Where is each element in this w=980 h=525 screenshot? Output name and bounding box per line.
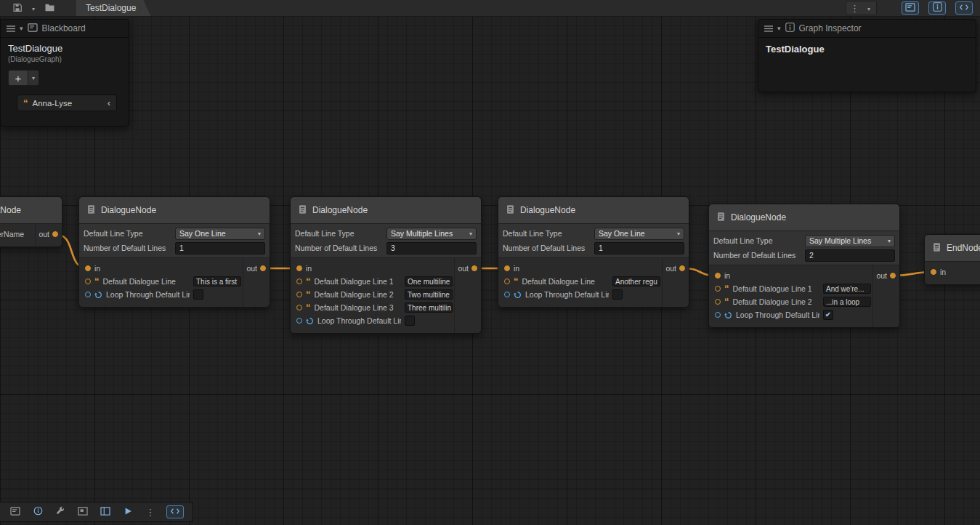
quote-icon: “	[23, 100, 28, 107]
port-line[interactable]	[504, 278, 510, 284]
node-d4[interactable]: DialogueNodeDefault Line TypeSay Multipl…	[708, 204, 900, 328]
chevron-left-icon[interactable]: ‹	[108, 98, 110, 108]
node-title-bar[interactable]: DialogueNode	[79, 197, 270, 224]
port-in[interactable]	[296, 265, 302, 271]
port-line1[interactable]	[296, 278, 302, 284]
tab-testdialogue[interactable]: TestDialogue	[76, 0, 150, 16]
top-toolbar: ▾ TestDialogue ⋮▾	[0, 0, 980, 17]
minimap-icon	[78, 507, 88, 518]
panel-toggles-group	[902, 1, 973, 15]
port-in[interactable]	[715, 273, 721, 278]
port-out[interactable]	[52, 231, 58, 237]
default-dialogue-line-2-field[interactable]: Two multiline	[405, 289, 453, 300]
node-end[interactable]: EndNodein	[924, 234, 980, 285]
node-title-label: DialogueNode	[731, 212, 786, 223]
chevron-down-icon: ▾	[677, 231, 680, 237]
port-loop[interactable]	[85, 292, 91, 297]
port-in[interactable]	[85, 265, 91, 271]
number-of-default-lines-field[interactable]: 1	[175, 242, 265, 255]
node-title-bar[interactable]: EndNode	[925, 235, 980, 262]
blackboard-button[interactable]	[9, 505, 22, 518]
node-d1[interactable]: DialogueNodeDefault Line TypeSay One Lin…	[78, 196, 270, 308]
chevron-down-icon: ▾	[469, 231, 472, 237]
port-row-loop: Loop Through Default Lines?✔	[709, 309, 872, 321]
node-d2[interactable]: DialogueNodeDefault Line TypeSay Multipl…	[290, 196, 482, 334]
board-icon	[10, 507, 20, 518]
default-dialogue-line-2-field[interactable]: ...in a loop	[823, 297, 871, 307]
minimap-button[interactable]	[76, 505, 89, 518]
graph-canvas[interactable]: StartNodeSpeakerNameout DialogueNodeDefa…	[0, 16, 980, 525]
collapse-icon[interactable]: ▾	[777, 25, 781, 32]
node-title-label: DialogueNode	[520, 205, 575, 215]
port-line2[interactable]	[715, 299, 721, 305]
number-of-default-lines-field[interactable]: 1	[594, 242, 684, 255]
graph-inspector-header[interactable]: ▾ Graph Inspector	[758, 20, 976, 38]
port-line3[interactable]	[296, 305, 302, 310]
toggle-blackboard-button[interactable]	[902, 1, 919, 15]
port-in[interactable]	[931, 269, 936, 275]
more-menu-button[interactable]: ⋮	[848, 2, 862, 15]
more-options-button[interactable]: ▾	[863, 2, 875, 15]
number-of-default-lines-field[interactable]: 2	[805, 249, 895, 262]
number-of-default-lines-field[interactable]: 3	[386, 242, 477, 255]
node-title-bar[interactable]: DialogueNode	[291, 197, 481, 224]
blackboard-field-anna-lyse[interactable]: “ Anna-Lyse ‹	[17, 95, 117, 111]
default-line-type-dropdown[interactable]: Say One Line▾	[175, 228, 265, 240]
port-out[interactable]	[260, 265, 266, 271]
node-title-bar[interactable]: StartNode	[0, 197, 62, 224]
node-title-bar[interactable]: DialogueNode	[709, 204, 899, 231]
quote-icon: “	[94, 278, 100, 285]
panels-button[interactable]	[99, 505, 112, 518]
inspector-button[interactable]	[31, 505, 44, 518]
port-line[interactable]	[85, 278, 91, 284]
port-row-in: in	[498, 262, 662, 274]
loop-through-default-lines-checkbox[interactable]	[193, 289, 203, 300]
blackboard-add-row: + ▾	[8, 70, 121, 86]
default-line-type-dropdown[interactable]: Say Multiple Lines▾	[386, 228, 477, 240]
graph-inspector-title: Graph Inspector	[799, 23, 862, 33]
default-dialogue-line-1-field[interactable]: And we're...	[823, 284, 871, 294]
expand-button[interactable]	[166, 505, 184, 518]
drag-handle-icon[interactable]	[764, 22, 773, 35]
port-loop[interactable]	[296, 318, 302, 324]
port-row-out: out	[665, 262, 689, 274]
port-in[interactable]	[504, 265, 510, 271]
tools-button[interactable]	[54, 505, 67, 518]
port-row-line2: “Default Dialogue Line 2Two multiline	[291, 289, 454, 300]
default-dialogue-line-field[interactable]: Another regu	[612, 276, 660, 286]
field-name: Anna-Lyse	[33, 99, 103, 108]
collapse-icon[interactable]: ▾	[20, 25, 23, 32]
port-line1[interactable]	[715, 286, 721, 292]
blackboard-header[interactable]: ▾ Blackboard	[1, 20, 129, 38]
port-line2[interactable]	[296, 292, 302, 297]
loop-through-default-lines-checkbox[interactable]	[612, 289, 623, 300]
port-row-in: in	[291, 262, 454, 274]
play-icon	[123, 507, 132, 518]
toggle-inspector-button[interactable]	[928, 1, 946, 15]
node-type-icon	[932, 242, 941, 255]
default-line-type-dropdown[interactable]: Say Multiple Lines▾	[805, 235, 895, 247]
default-line-type-dropdown[interactable]: Say One Line▾	[594, 228, 684, 240]
loop-through-default-lines-checkbox[interactable]: ✔	[823, 310, 833, 320]
toggle-preview-button[interactable]	[955, 1, 973, 15]
default-dialogue-line-1-field[interactable]: One multiline	[405, 276, 453, 286]
port-out[interactable]	[679, 265, 685, 271]
add-property-dropdown[interactable]: ▾	[28, 70, 39, 86]
default-dialogue-line-3-field[interactable]: Three multilin	[405, 302, 453, 313]
add-property-button[interactable]: +	[8, 70, 28, 86]
save-button[interactable]	[10, 2, 25, 15]
drag-handle-icon[interactable]	[7, 22, 15, 35]
play-button[interactable]	[121, 505, 134, 518]
node-title-bar[interactable]: DialogueNode	[498, 197, 689, 224]
open-asset-button[interactable]	[42, 2, 57, 15]
more-button[interactable]: ⋮	[144, 505, 157, 518]
loop-through-default-lines-checkbox[interactable]	[405, 316, 415, 326]
port-out[interactable]	[890, 273, 896, 278]
port-loop[interactable]	[504, 292, 510, 297]
save-options-button[interactable]: ▾	[28, 2, 39, 15]
node-start[interactable]: StartNodeSpeakerNameout	[0, 196, 62, 247]
node-d3[interactable]: DialogueNodeDefault Line TypeSay One Lin…	[498, 196, 689, 308]
default-dialogue-line-field[interactable]: This is a first	[193, 276, 241, 286]
port-out[interactable]	[471, 265, 477, 271]
port-loop[interactable]	[715, 312, 721, 318]
